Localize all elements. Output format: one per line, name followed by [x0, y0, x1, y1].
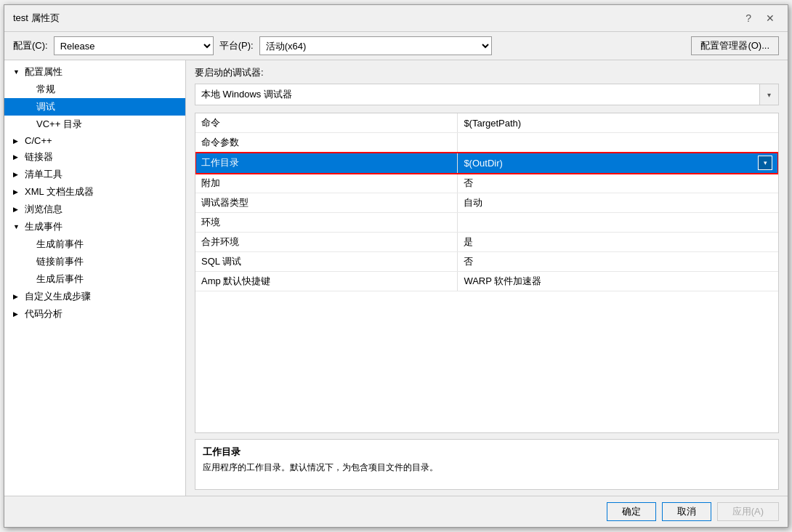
sidebar-item-label: 清单工具 — [25, 168, 62, 181]
sidebar-item-post-build[interactable]: 生成后事件 — [4, 270, 185, 288]
expand-icon: ▶ — [13, 137, 22, 145]
prop-value[interactable]: $(OutDir)▾ — [458, 153, 778, 174]
sidebar-item-label: 生成前事件 — [36, 238, 84, 251]
apply-button[interactable]: 应用(A) — [717, 502, 779, 521]
sidebar: ▼配置属性常规调试VC++ 目录▶C/C++▶链接器▶清单工具▶XML 文档生成… — [4, 60, 186, 496]
config-manager-button[interactable]: 配置管理器(O)... — [691, 36, 779, 55]
prop-value-text: $(OutDir) — [464, 158, 502, 169]
prop-dropdown-btn[interactable]: ▾ — [758, 156, 772, 170]
prop-name: 工作目录 — [195, 153, 458, 174]
sidebar-item-vc-dirs[interactable]: VC++ 目录 — [4, 116, 185, 133]
properties-dialog: test 属性页 ? ✕ 配置(C): Release 平台(P): 活动(x6… — [4, 4, 788, 528]
sidebar-item-general[interactable]: 常规 — [4, 81, 185, 98]
prop-value: WARP 软件加速器 — [458, 272, 778, 291]
expand-icon: ▼ — [13, 68, 22, 76]
sidebar-item-label: 生成事件 — [25, 220, 62, 233]
sidebar-item-config-props[interactable]: ▼配置属性 — [4, 63, 185, 81]
title-bar: test 属性页 ? ✕ — [4, 5, 788, 32]
expand-icon: ▼ — [13, 223, 22, 230]
props-row[interactable]: 工作目录$(OutDir)▾ — [195, 153, 778, 174]
prop-value — [458, 133, 778, 153]
props-row[interactable]: 附加否 — [195, 174, 778, 193]
debugger-dropdown-btn[interactable]: ▾ — [759, 84, 778, 105]
debugger-label: 要启动的调试器: — [195, 66, 779, 79]
props-row[interactable]: SQL 调试否 — [195, 252, 778, 272]
sidebar-item-debug[interactable]: 调试 — [4, 98, 185, 116]
description-box: 工作目录 应用程序的工作目录。默认情况下，为包含项目文件的目录。 — [195, 439, 779, 490]
sidebar-item-linker[interactable]: ▶链接器 — [4, 148, 185, 166]
prop-name: Amp 默认快捷键 — [195, 272, 458, 291]
prop-name: 调试器类型 — [195, 193, 458, 213]
prop-name: 附加 — [195, 174, 458, 193]
prop-name: 环境 — [195, 213, 458, 233]
prop-value: 否 — [458, 252, 778, 272]
sidebar-item-label: 自定义生成步骤 — [25, 290, 91, 303]
cancel-button[interactable]: 取消 — [662, 502, 711, 521]
sidebar-item-label: 调试 — [36, 100, 55, 113]
sidebar-item-label: 链接前事件 — [36, 255, 84, 268]
sidebar-item-label: VC++ 目录 — [36, 118, 82, 131]
prop-value: 是 — [458, 233, 778, 252]
config-select[interactable]: Release — [54, 36, 214, 55]
expand-icon: ▶ — [13, 153, 22, 161]
expand-icon: ▶ — [13, 293, 22, 300]
props-row[interactable]: 命令$(TargetPath) — [195, 113, 778, 133]
sidebar-item-manifest[interactable]: ▶清单工具 — [4, 166, 185, 183]
sidebar-item-label: 常规 — [36, 83, 55, 96]
prop-value-wrapper: $(OutDir)▾ — [464, 156, 772, 170]
props-row[interactable]: 环境 — [195, 213, 778, 233]
sidebar-item-xml[interactable]: ▶XML 文档生成器 — [4, 183, 185, 201]
sidebar-item-label: 代码分析 — [25, 307, 62, 321]
prop-name: 命令参数 — [195, 133, 458, 153]
sidebar-item-label: XML 文档生成器 — [25, 185, 94, 198]
props-row[interactable]: 调试器类型自动 — [195, 193, 778, 213]
sidebar-item-pre-link[interactable]: 链接前事件 — [4, 253, 185, 270]
prop-name: 合并环境 — [195, 233, 458, 252]
expand-icon: ▶ — [13, 206, 22, 213]
sidebar-item-label: 链接器 — [25, 150, 53, 164]
dialog-title: test 属性页 — [13, 12, 60, 25]
prop-value — [458, 213, 778, 233]
prop-value: 自动 — [458, 193, 778, 213]
sidebar-item-cpp[interactable]: ▶C/C++ — [4, 133, 185, 148]
prop-value: $(TargetPath) — [458, 113, 778, 133]
props-row[interactable]: 命令参数 — [195, 133, 778, 153]
sidebar-item-code-analysis[interactable]: ▶代码分析 — [4, 305, 185, 323]
main-content: ▼配置属性常规调试VC++ 目录▶C/C++▶链接器▶清单工具▶XML 文档生成… — [4, 60, 788, 496]
footer: 确定 取消 应用(A) — [4, 496, 788, 527]
sidebar-item-label: C/C++ — [25, 135, 52, 146]
ok-button[interactable]: 确定 — [607, 502, 656, 521]
toolbar: 配置(C): Release 平台(P): 活动(x64) 配置管理器(O)..… — [4, 32, 788, 60]
right-panel: 要启动的调试器: 本地 Windows 调试器 ▾ 命令$(TargetPath… — [186, 60, 788, 496]
help-button[interactable]: ? — [741, 11, 756, 25]
prop-value: 否 — [458, 174, 778, 193]
config-label: 配置(C): — [13, 39, 48, 52]
sidebar-item-custom-build[interactable]: ▶自定义生成步骤 — [4, 288, 185, 305]
platform-label: 平台(P): — [219, 39, 254, 52]
description-title: 工作目录 — [203, 446, 771, 459]
props-row[interactable]: Amp 默认快捷键WARP 软件加速器 — [195, 272, 778, 291]
properties-table: 命令$(TargetPath)命令参数工作目录$(OutDir)▾附加否调试器类… — [195, 113, 779, 433]
sidebar-item-label: 生成后事件 — [36, 273, 84, 286]
expand-icon: ▶ — [13, 188, 22, 196]
prop-name: 命令 — [195, 113, 458, 133]
sidebar-item-build-events[interactable]: ▼生成事件 — [4, 218, 185, 235]
props-row[interactable]: 合并环境是 — [195, 233, 778, 252]
sidebar-item-label: 浏览信息 — [25, 203, 62, 216]
debugger-dropdown[interactable]: 本地 Windows 调试器 ▾ — [195, 84, 779, 105]
expand-icon: ▶ — [13, 310, 22, 318]
close-button[interactable]: ✕ — [761, 11, 779, 25]
prop-name: SQL 调试 — [195, 252, 458, 272]
description-text: 应用程序的工作目录。默认情况下，为包含项目文件的目录。 — [203, 462, 771, 474]
sidebar-item-browser[interactable]: ▶浏览信息 — [4, 201, 185, 218]
debugger-value: 本地 Windows 调试器 — [195, 84, 759, 105]
platform-select[interactable]: 活动(x64) — [259, 36, 492, 55]
sidebar-item-label: 配置属性 — [25, 65, 62, 78]
title-bar-controls: ? ✕ — [741, 11, 779, 25]
expand-icon: ▶ — [13, 171, 22, 178]
sidebar-item-pre-build[interactable]: 生成前事件 — [4, 235, 185, 253]
